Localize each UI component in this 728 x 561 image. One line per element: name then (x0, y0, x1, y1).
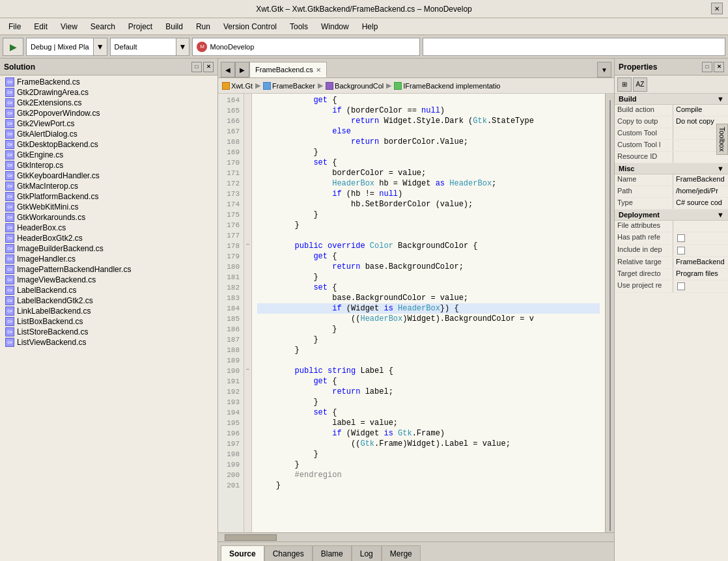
horizontal-scrollbar[interactable] (218, 532, 614, 541)
file-item[interactable]: C#GtkMacInterop.cs (0, 181, 217, 191)
line-number: 188 (222, 345, 240, 355)
code-line: return label; (257, 387, 600, 397)
file-item[interactable]: C#HeaderBoxGtk2.cs (0, 233, 217, 243)
fold-placeholder (244, 385, 251, 396)
bottom-tabs: SourceChangesBlameLogMerge (218, 541, 614, 561)
file-item[interactable]: C#ListViewBackend.cs (0, 337, 217, 348)
file-item[interactable]: C#LinkLabelBackend.cs (0, 306, 217, 316)
line-number: 187 (222, 335, 240, 345)
file-item[interactable]: C#Gtk2DrawingArea.cs (0, 87, 217, 98)
file-item[interactable]: C#GtkKeyboardHandler.cs (0, 171, 217, 181)
file-label: HeaderBox.cs (17, 223, 66, 232)
menu-item-tools[interactable]: Tools (284, 20, 314, 33)
run-button[interactable]: ▶ (3, 38, 23, 56)
section-deployment-expand[interactable]: ▼ (717, 211, 724, 219)
prop-value[interactable] (673, 232, 728, 244)
tab-nav-left[interactable]: ◀ (221, 62, 235, 77)
menu-item-project[interactable]: Project (122, 20, 158, 33)
file-item[interactable]: C#ImageHandler.cs (0, 254, 217, 264)
menu-item-run[interactable]: Run (190, 20, 216, 33)
file-item[interactable]: C#Gtk2ViewPort.cs (0, 118, 217, 129)
tab-nav-right[interactable]: ▶ (235, 62, 249, 77)
line-number: 177 (222, 230, 240, 241)
file-item[interactable]: C#FrameBackend.cs (0, 77, 217, 87)
bottom-tab-blame[interactable]: Blame (313, 545, 352, 561)
line-number: 175 (222, 210, 240, 220)
breadcrumb-fb[interactable]: FrameBacker (263, 82, 315, 90)
file-item[interactable]: C#GtkDesktopBackend.cs (0, 139, 217, 150)
file-item[interactable]: C#Gtk2PopoverWindow.cs (0, 108, 217, 118)
breadcrumb-bg-label: BackgroundCol (335, 82, 384, 90)
tab-dropdown[interactable]: ▼ (597, 62, 611, 77)
bottom-tab-changes[interactable]: Changes (264, 545, 313, 561)
file-item[interactable]: C#GtkPlatformBackend.cs (0, 191, 217, 202)
config-combo[interactable]: Default ▼ (110, 38, 190, 56)
prop-value: /home/jedi/Pr (673, 186, 728, 197)
file-item[interactable]: C#ListStoreBackend.cs (0, 327, 217, 337)
toolbox-tab[interactable]: Toolbox (716, 124, 728, 155)
panel-pin-button[interactable]: □ (191, 62, 202, 72)
menu-item-version-control[interactable]: Version Control (217, 20, 283, 33)
breadcrumb-bg[interactable]: BackgroundCol (326, 82, 384, 90)
bottom-tab-source[interactable]: Source (221, 545, 264, 561)
debug-combo-arrow[interactable]: ▼ (93, 38, 107, 55)
search-input[interactable] (423, 38, 725, 56)
section-build-expand[interactable]: ▼ (717, 95, 724, 103)
code-line: else (257, 126, 600, 137)
breadcrumb-if[interactable]: IFrameBackend implementatio (394, 82, 500, 90)
prop-row: Path/home/jedi/Pr (615, 186, 728, 198)
file-item[interactable]: C#LabelBackendGtk2.cs (0, 295, 217, 306)
file-item[interactable]: C#Gtk2Extensions.cs (0, 98, 217, 108)
file-item[interactable]: C#GtkAlertDialog.cs (0, 129, 217, 139)
debug-combo[interactable]: Debug | Mixed Pla ▼ (26, 38, 107, 56)
file-item[interactable]: C#LabelBackend.cs (0, 285, 217, 295)
code-line: } (257, 147, 600, 157)
file-item[interactable]: C#ImagePatternBackendHandler.cs (0, 264, 217, 275)
vertical-scrollbar[interactable] (605, 94, 614, 532)
prop-checkbox[interactable] (677, 282, 685, 290)
monodevelop-combo[interactable]: M MonoDevelop (192, 38, 420, 56)
fold-collapse-button[interactable]: − (244, 239, 251, 250)
file-item[interactable]: C#GtkWorkarounds.cs (0, 212, 217, 223)
section-misc-expand[interactable]: ▼ (717, 165, 724, 172)
fold-placeholder (244, 125, 251, 135)
menu-item-edit[interactable]: Edit (28, 20, 53, 33)
file-item[interactable]: C#GtkWebKitMini.cs (0, 202, 217, 212)
prop-row: File attributes (615, 221, 728, 232)
prop-checkbox[interactable] (677, 247, 685, 254)
tab-close-button[interactable]: ✕ (316, 66, 321, 74)
file-item[interactable]: C#ImageViewBackend.cs (0, 275, 217, 285)
file-item[interactable]: C#ImageBuilderBackend.cs (0, 243, 217, 254)
prop-name: Has path refe (615, 232, 673, 244)
bottom-tab-log[interactable]: Log (352, 545, 382, 561)
prop-value[interactable] (673, 280, 728, 292)
props-pin-button[interactable]: □ (702, 62, 712, 72)
props-close-button[interactable]: ✕ (714, 62, 724, 72)
code-lines[interactable]: get { if (borderColor == null) return Wi… (252, 94, 605, 532)
menu-item-search[interactable]: Search (85, 20, 121, 33)
menu-item-file[interactable]: File (3, 20, 27, 33)
prop-value[interactable] (673, 245, 728, 256)
breadcrumb-xwt[interactable]: Xwt.Gt (222, 82, 253, 90)
file-icon: C# (5, 150, 14, 159)
config-combo-arrow[interactable]: ▼ (176, 38, 189, 55)
prop-checkbox[interactable] (677, 234, 685, 242)
props-alpha-button[interactable]: AZ (633, 77, 647, 92)
menu-item-view[interactable]: View (55, 20, 83, 33)
file-label: Gtk2PopoverWindow.cs (17, 109, 100, 118)
file-item[interactable]: C#GtkEngine.cs (0, 150, 217, 160)
menu-item-build[interactable]: Build (160, 20, 189, 33)
section-build: Build ▼ (615, 94, 728, 105)
props-grid-button[interactable]: ⊞ (617, 77, 632, 92)
fold-collapse-button[interactable]: − (244, 364, 251, 375)
file-item[interactable]: C#GtkInterop.cs (0, 160, 217, 171)
bottom-tab-merge[interactable]: Merge (382, 545, 421, 561)
tab-framebackend[interactable]: FrameBackend.cs ✕ (249, 62, 327, 77)
panel-close-button[interactable]: ✕ (203, 62, 214, 72)
close-button[interactable]: ✕ (711, 3, 723, 14)
file-item[interactable]: C#ListBoxBackend.cs (0, 316, 217, 327)
menu-item-help[interactable]: Help (356, 20, 384, 33)
menu-item-window[interactable]: Window (315, 20, 355, 33)
fold-placeholder (244, 271, 251, 281)
file-item[interactable]: C#HeaderBox.cs (0, 223, 217, 233)
